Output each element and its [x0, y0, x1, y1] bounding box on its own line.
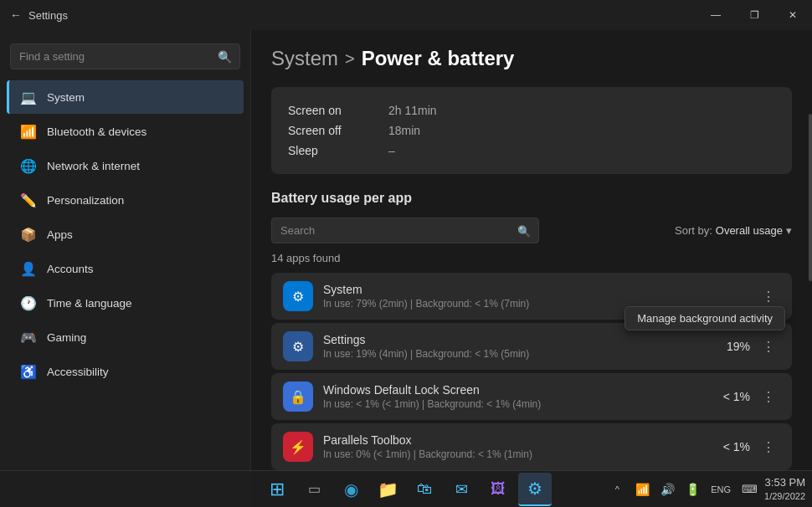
scrollbar[interactable]	[809, 114, 812, 281]
app-usage-settings: 19%	[700, 340, 750, 353]
context-menu-system: Manage background activity	[624, 306, 785, 330]
accounts-icon: 👤	[20, 260, 37, 277]
sidebar-item-bluetooth[interactable]: 📶 Bluetooth & devices	[7, 115, 244, 148]
sidebar: 🔍 💻 System 📶 Bluetooth & devices 🌐 Netwo…	[0, 30, 251, 507]
breadcrumb-current: Power & battery	[362, 47, 515, 70]
app-item-system: ⚙ System In use: 79% (2min) | Background…	[271, 273, 792, 320]
sidebar-item-label-bluetooth: Bluetooth & devices	[47, 125, 230, 138]
sidebar-item-system[interactable]: 💻 System	[7, 80, 244, 114]
taskbar-keyboard-icon[interactable]: ⌨	[737, 478, 761, 501]
gaming-icon: 🎮	[20, 329, 37, 346]
screen-on-row: Screen on 2h 11min	[288, 100, 775, 120]
app-info-lockscreen: Windows Default Lock Screen In use: < 1%…	[323, 383, 700, 410]
app-menu-button-system[interactable]: ⋮	[757, 284, 780, 308]
taskbar-taskview[interactable]: ▭	[297, 473, 331, 506]
screen-off-label: Screen off	[288, 124, 388, 137]
close-button[interactable]: ✕	[773, 0, 812, 30]
app-usage-parallels: < 1%	[700, 440, 750, 453]
taskbar-store[interactable]: 🛍	[408, 473, 441, 506]
bluetooth-icon: 📶	[20, 123, 37, 140]
sidebar-item-network[interactable]: 🌐 Network & internet	[7, 149, 244, 182]
sidebar-nav: 💻 System 📶 Bluetooth & devices 🌐 Network…	[0, 79, 250, 507]
sidebar-item-time[interactable]: 🕐 Time & language	[7, 286, 244, 320]
app-detail-lockscreen: In use: < 1% (< 1min) | Background: < 1%…	[323, 398, 700, 410]
sort-control[interactable]: Sort by: Overall usage ▾	[675, 224, 792, 237]
breadcrumb: System > Power & battery	[271, 47, 792, 70]
taskbar-battery-icon[interactable]: 🔋	[681, 478, 704, 501]
context-menu-label[interactable]: Manage background activity	[637, 312, 773, 325]
taskbar-system-icons: ^ 📶 🔊 🔋	[605, 478, 704, 501]
taskbar-wifi-icon[interactable]: 📶	[630, 478, 654, 501]
taskbar-datetime[interactable]: 3:53 PM 1/29/2022	[764, 476, 805, 502]
taskbar-speaker-icon[interactable]: 🔊	[655, 478, 679, 501]
taskbar-start[interactable]: ⊞	[260, 473, 294, 506]
personalization-icon: ✏️	[20, 192, 37, 208]
sidebar-item-gaming[interactable]: 🎮 Gaming	[7, 320, 244, 354]
maximize-button[interactable]: ❐	[735, 0, 773, 30]
sleep-label: Sleep	[288, 144, 388, 157]
breadcrumb-separator: >	[345, 49, 355, 69]
app-layout: 🔍 💻 System 📶 Bluetooth & devices 🌐 Netwo…	[0, 30, 812, 507]
app-item-parallels: ⚡ Parallels Toolbox In use: 0% (< 1min) …	[271, 423, 792, 470]
sidebar-search-input[interactable]	[10, 44, 240, 69]
sleep-value: –	[388, 144, 395, 157]
sidebar-item-label-apps: Apps	[47, 228, 230, 241]
minimize-button[interactable]: —	[696, 0, 735, 30]
breadcrumb-parent: System	[271, 47, 338, 70]
sidebar-item-personalization[interactable]: ✏️ Personalization	[7, 183, 244, 217]
screen-on-value: 2h 11min	[388, 104, 437, 117]
app-search-input[interactable]	[271, 218, 539, 243]
app-icon-parallels: ⚡	[283, 432, 313, 462]
sidebar-item-accounts[interactable]: 👤 Accounts	[7, 252, 244, 285]
app-menu-button-settings[interactable]: ⋮	[757, 335, 780, 358]
sidebar-item-label-personalization: Personalization	[47, 194, 230, 207]
power-info-card: Screen on 2h 11min Screen off 18min Slee…	[271, 87, 792, 174]
app-icon-system: ⚙	[283, 281, 313, 311]
app-name-lockscreen: Windows Default Lock Screen	[323, 383, 700, 397]
sidebar-item-label-accounts: Accounts	[47, 263, 230, 275]
taskbar-lang: ENG	[711, 484, 731, 494]
sidebar-item-label-accessibility: Accessibility	[47, 366, 230, 378]
title-bar-controls: — ❐ ✕	[696, 0, 812, 30]
app-detail-parallels: In use: 0% (< 1min) | Background: < 1% (…	[323, 448, 700, 460]
title-bar-title: Settings	[28, 9, 68, 22]
app-menu-button-lockscreen[interactable]: ⋮	[757, 385, 780, 408]
app-item-lockscreen: 🔒 Windows Default Lock Screen In use: < …	[271, 373, 792, 420]
screen-on-label: Screen on	[288, 104, 388, 117]
system-app-icon-char: ⚙	[292, 289, 304, 305]
sidebar-search-wrap: 🔍	[10, 44, 240, 69]
sidebar-item-label-network: Network & internet	[47, 160, 230, 172]
content-area: System > Power & battery Screen on 2h 11…	[251, 30, 812, 507]
app-usage-lockscreen: < 1%	[700, 390, 750, 403]
taskbar-right: ^ 📶 🔊 🔋 ENG ⌨ 3:53 PM 1/29/2022	[605, 476, 805, 502]
app-info-parallels: Parallels Toolbox In use: 0% (< 1min) | …	[323, 433, 700, 460]
taskbar-chevron-icon[interactable]: ^	[605, 478, 629, 501]
app-icon-lockscreen: 🔒	[283, 382, 313, 412]
taskbar-time: 3:53 PM	[764, 476, 805, 490]
back-icon[interactable]: ←	[10, 8, 22, 22]
battery-section-title: Battery usage per app	[271, 191, 792, 206]
sort-by-label: Sort by:	[675, 224, 712, 237]
taskbar-edge[interactable]: ◉	[334, 473, 367, 506]
sidebar-item-accessibility[interactable]: ♿ Accessibility	[7, 355, 244, 388]
sort-chevron-icon: ▾	[786, 224, 792, 237]
app-search-input-wrap: 🔍	[271, 218, 539, 243]
app-menu-button-parallels[interactable]: ⋮	[757, 435, 780, 458]
app-detail-settings: In use: 19% (4min) | Background: < 1% (5…	[323, 348, 700, 360]
battery-section: Battery usage per app 🔍 Sort by: Overall…	[271, 191, 792, 470]
apps-found-count: 14 apps found	[271, 252, 792, 264]
sort-key-label: Overall usage	[716, 224, 783, 237]
network-icon: 🌐	[20, 157, 37, 174]
taskbar-photos[interactable]: 🖼	[481, 473, 515, 506]
accessibility-icon: ♿	[20, 363, 37, 380]
taskbar-mail[interactable]: ✉	[445, 473, 478, 506]
app-search-icon: 🔍	[517, 224, 531, 237]
taskbar-explorer[interactable]: 📁	[371, 473, 404, 506]
parallels-icon-char: ⚡	[290, 439, 306, 455]
time-icon: 🕐	[20, 294, 37, 311]
screen-off-value: 18min	[388, 124, 420, 137]
app-search-bar: 🔍 Sort by: Overall usage ▾	[271, 218, 792, 243]
sidebar-item-apps[interactable]: 📦 Apps	[7, 218, 244, 251]
taskbar-settings[interactable]: ⚙	[518, 473, 552, 506]
screen-off-row: Screen off 18min	[288, 120, 775, 141]
